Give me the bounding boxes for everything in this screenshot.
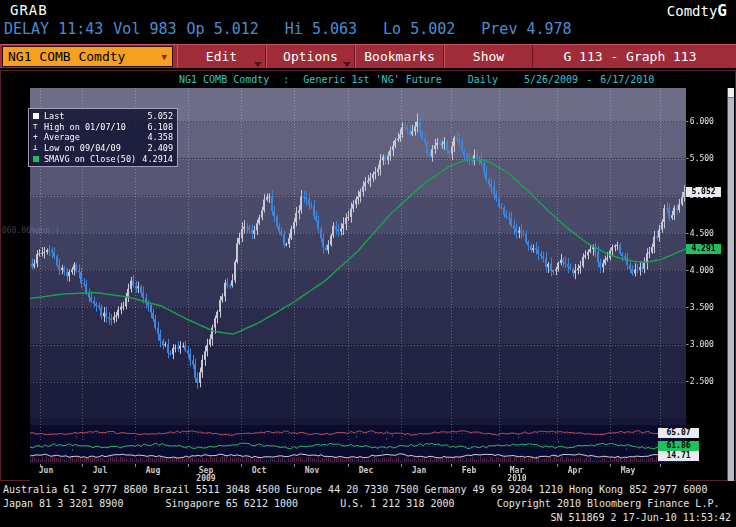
y-axis: -6.000-5.500-5.000-4.500-4.000-3.500-3.0…: [685, 88, 731, 464]
average-plus-icon: +: [33, 134, 44, 140]
command-echo: GRAB: [10, 2, 48, 18]
month-tick: [660, 464, 661, 467]
legend-row-average: + Average 4.358: [33, 132, 173, 143]
subheader-period: Daily: [468, 74, 498, 85]
chevron-down-icon: ▼: [162, 48, 167, 67]
footer-phones-line2: Japan 81 3 3201 8900 Singapore 65 6212 1…: [0, 497, 736, 511]
bookmarks-button[interactable]: Bookmarks: [355, 45, 444, 68]
show-button[interactable]: Show: [444, 45, 533, 68]
legend-row-high: ⊤ High on 01/07/10 6.108: [33, 122, 173, 133]
price-tag: 5.052: [686, 187, 721, 197]
y-axis-label: -6.000: [685, 117, 714, 126]
toolbar: NG1 COMB Comdty ▼ Edit Options Bookmarks…: [0, 44, 736, 68]
month-tick: [401, 464, 402, 467]
edit-button[interactable]: Edit: [177, 45, 266, 68]
y-axis-label: -3.000: [685, 340, 714, 349]
scrollbar-thumb[interactable]: [728, 88, 734, 98]
smavg-marker-icon: [33, 156, 44, 162]
high-tick-icon: ⊤: [33, 124, 44, 130]
scrollbar[interactable]: [727, 88, 734, 481]
subheader-range-end: 6/17/2010: [600, 74, 654, 85]
year-label: 2010: [507, 474, 526, 483]
page-title: G 113 - Graph 113: [545, 45, 715, 68]
y-axis-label: -3.500: [685, 303, 714, 312]
month-tick: [557, 464, 558, 467]
dropdown-indicator-icon: [343, 62, 351, 67]
app-key: G: [717, 1, 727, 20]
month-tick: [82, 464, 83, 467]
last-marker-icon: [33, 113, 44, 119]
y-axis-label: -2.500: [685, 377, 714, 386]
bloomberg-terminal-screen: GRAB ComdtyG DELAY 11:43 Vol 983 Op 5.01…: [0, 0, 736, 527]
month-label: Apr: [568, 466, 582, 475]
security-dropdown[interactable]: NG1 COMB Comdty ▼: [2, 46, 173, 67]
legend-row-smavg: SMAVG on Close(50) 4.2914: [33, 153, 173, 164]
month-tick: [294, 464, 295, 467]
month-tick: [135, 464, 136, 467]
chart-window: NG1 COMB Comdty : Generic 1st 'NG' Futur…: [0, 70, 736, 481]
price-tag: 4.291: [686, 244, 721, 254]
subheader-range-dash: -: [586, 74, 592, 85]
indicator-tag: 65.07: [658, 428, 699, 438]
subheader-range-start: 5/26/2009: [524, 74, 578, 85]
subheader-description: Generic 1st 'NG' Future: [303, 74, 441, 85]
subheader-colon: :: [283, 74, 289, 85]
chart-legend: Last 5.052 ⊤ High on 01/07/10 6.108 + Av…: [28, 108, 178, 167]
footer-phones-line1: Australia 61 2 9777 8600 Brazil 5511 304…: [0, 483, 736, 497]
indicator-tag: 14.71: [658, 451, 699, 461]
quote-strip: DELAY 11:43 Vol 983 Op 5.012 Hi 5.063 Lo…: [4, 20, 572, 38]
footer: Australia 61 2 9777 8600 Brazil 5511 304…: [0, 483, 736, 525]
quote-prev: Prev 4.978: [481, 20, 571, 38]
low-tick-icon: ⊥: [33, 145, 44, 151]
toolbar-buttons: Edit Options Bookmarks Show: [177, 45, 533, 68]
month-label: Jun: [39, 466, 53, 475]
x-axis: JunJulAugSep2009OctNovDecJanFebMar2010Ap…: [30, 464, 686, 481]
month-tick: [451, 464, 452, 467]
app-name: Comdty: [667, 3, 718, 19]
month-label: Jan: [412, 466, 426, 475]
footer-serial: SN 511869 2 17-Jun-10 11:53:42: [0, 511, 736, 525]
month-tick: [348, 464, 349, 467]
legend-row-low: ⊥ Low on 09/04/09 2.409: [33, 143, 173, 154]
quote-high: Hi 5.063: [285, 20, 357, 38]
quote-volume: Vol 983: [113, 20, 176, 38]
quote-low: Lo 5.002: [383, 20, 455, 38]
subheader-security: NG1 COMB Comdty: [179, 74, 269, 85]
indicator-tag: 61.86: [658, 441, 699, 451]
month-tick: [610, 464, 611, 467]
legend-row-last: Last 5.052: [33, 111, 173, 122]
y-axis-label: -4.500: [685, 229, 714, 238]
security-dropdown-value: NG1 COMB Comdty: [8, 49, 125, 64]
month-tick: [241, 464, 242, 467]
quote-delay-time: DELAY 11:43: [4, 20, 103, 38]
dropdown-indicator-icon: [254, 62, 262, 67]
month-label: Jul: [93, 466, 107, 475]
y-axis-label: -5.500: [685, 154, 714, 163]
month-label: Dec: [359, 466, 373, 475]
month-tick: [188, 464, 189, 467]
year-label: 2009: [196, 474, 215, 483]
app-badge: ComdtyG: [667, 1, 727, 20]
month-tick: [499, 464, 500, 467]
quote-open: Op 5.012: [187, 20, 259, 38]
chart-subheader: NG1 COMB Comdty : Generic 1st 'NG' Futur…: [179, 74, 654, 85]
chart-watermark: 060.06%ann.): [2, 226, 60, 235]
month-label: Oct: [252, 466, 266, 475]
month-label: Feb: [462, 466, 476, 475]
month-label: Nov: [305, 466, 319, 475]
month-label: May: [621, 466, 635, 475]
month-label: Aug: [146, 466, 160, 475]
options-button[interactable]: Options: [266, 45, 355, 68]
y-axis-label: -4.000: [685, 266, 714, 275]
